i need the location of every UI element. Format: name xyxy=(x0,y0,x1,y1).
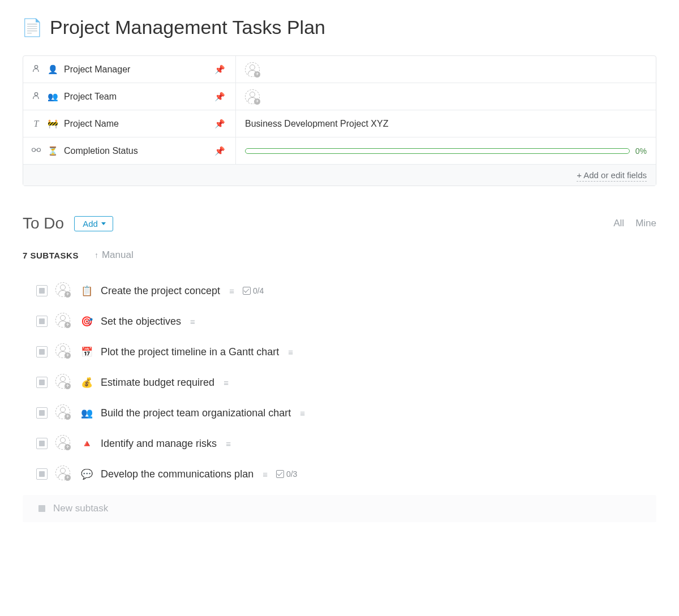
subtask-checkbox[interactable] xyxy=(36,438,48,449)
construction-emoji-icon: 🚧 xyxy=(47,119,58,129)
subtask-row[interactable]: +👥Build the project team organizational … xyxy=(36,398,656,428)
text-type-icon: T xyxy=(31,119,41,129)
field-name-text: Project Name xyxy=(64,119,209,129)
field-value-manager[interactable]: + xyxy=(236,56,656,83)
subtasks-count: 7 SUBTASKS xyxy=(23,251,79,260)
description-icon: ≡ xyxy=(224,378,227,387)
subtasks-meta: 7 SUBTASKS ↑ Manual xyxy=(23,249,656,261)
task-title[interactable]: Build the project team organizational ch… xyxy=(101,407,291,419)
field-row-manager: 👤 Project Manager 📌 + xyxy=(23,56,656,83)
add-edit-fields-link[interactable]: + Add or edit fields xyxy=(577,170,647,182)
task-emoji-icon: 🔺 xyxy=(80,438,93,450)
field-label[interactable]: 👤 Project Manager 📌 xyxy=(23,56,236,83)
assign-person-placeholder-icon[interactable]: + xyxy=(245,62,260,77)
progress-bar xyxy=(245,148,630,154)
field-value-completion: 0% xyxy=(236,137,656,164)
task-title[interactable]: Create the project concept xyxy=(101,285,220,297)
add-button[interactable]: Add xyxy=(74,216,113,231)
field-label[interactable]: 👥 Project Team 📌 xyxy=(23,83,236,110)
checklist-count: 0/3 xyxy=(276,469,297,479)
task-emoji-icon: 📋 xyxy=(80,285,93,297)
subtask-row[interactable]: +📅Plot the project timeline in a Gantt c… xyxy=(36,337,656,367)
pin-icon[interactable]: 📌 xyxy=(214,92,225,102)
pin-icon[interactable]: 📌 xyxy=(214,146,225,156)
field-name-text: Project Manager xyxy=(64,64,209,75)
person-type-icon xyxy=(31,64,41,75)
field-label[interactable]: T 🚧 Project Name 📌 xyxy=(23,110,236,137)
new-subtask-input[interactable] xyxy=(53,503,645,514)
description-icon: ≡ xyxy=(190,317,194,326)
checklist-count: 0/4 xyxy=(243,286,264,295)
ghost-checkbox-icon xyxy=(38,505,45,512)
task-title[interactable]: Identify and manage risks xyxy=(101,438,217,450)
pin-icon[interactable]: 📌 xyxy=(214,64,225,75)
pin-icon[interactable]: 📌 xyxy=(214,119,225,129)
checklist-count-text: 0/3 xyxy=(286,469,297,479)
subtask-row[interactable]: +🔺Identify and manage risks≡ xyxy=(36,428,656,459)
description-icon: ≡ xyxy=(300,408,303,418)
add-button-label: Add xyxy=(83,219,98,229)
field-name-text: Project Team xyxy=(64,92,209,102)
svg-point-0 xyxy=(35,65,37,68)
field-name-text: Completion Status xyxy=(64,146,209,156)
assign-person-placeholder-icon[interactable]: + xyxy=(55,374,72,391)
new-subtask-row[interactable] xyxy=(23,495,656,522)
task-emoji-icon: 💰 xyxy=(80,377,93,389)
assign-person-placeholder-icon[interactable]: + xyxy=(55,343,72,360)
subtask-checkbox[interactable] xyxy=(36,407,48,419)
description-icon: ≡ xyxy=(288,347,291,357)
description-icon: ≡ xyxy=(226,439,229,449)
assign-person-placeholder-icon[interactable]: + xyxy=(55,435,72,452)
field-value-name[interactable]: Business Development Project XYZ xyxy=(236,110,656,137)
subtask-checkbox[interactable] xyxy=(36,346,48,357)
sort-button[interactable]: ↑ Manual xyxy=(94,249,134,261)
field-label[interactable]: ⏳ Completion Status 📌 xyxy=(23,137,236,164)
svg-point-1 xyxy=(35,92,37,95)
people-emoji-icon: 👥 xyxy=(47,92,58,102)
todo-header: To Do Add All Mine xyxy=(23,214,656,232)
checklist-icon xyxy=(276,470,284,478)
tab-all[interactable]: All xyxy=(613,218,624,229)
svg-point-2 xyxy=(32,148,36,152)
fields-footer: + Add or edit fields xyxy=(23,165,656,186)
subtask-checkbox[interactable] xyxy=(36,316,48,327)
subtask-row[interactable]: +🎯Set the objectives≡ xyxy=(36,306,656,337)
description-icon: ≡ xyxy=(263,469,266,479)
field-value-team[interactable]: + xyxy=(236,83,656,110)
fields-panel: 👤 Project Manager 📌 + 👥 Project Team 📌 + xyxy=(23,55,656,186)
subtask-checkbox[interactable] xyxy=(36,285,48,296)
subtask-row[interactable]: +📋Create the project concept≡0/4 xyxy=(36,275,656,306)
caret-down-icon xyxy=(101,222,106,225)
subtask-checkbox[interactable] xyxy=(36,377,48,388)
todo-heading: To Do xyxy=(23,214,64,232)
description-icon: ≡ xyxy=(229,286,233,296)
hourglass-emoji-icon: ⏳ xyxy=(47,146,58,156)
svg-point-3 xyxy=(37,148,41,152)
task-emoji-icon: 👥 xyxy=(80,407,93,419)
field-row-completion: ⏳ Completion Status 📌 0% xyxy=(23,137,656,165)
subtask-row[interactable]: +💬Develop the communications plan≡0/3 xyxy=(36,459,656,489)
task-title[interactable]: Develop the communications plan xyxy=(101,468,253,480)
tab-mine[interactable]: Mine xyxy=(635,218,656,229)
subtask-list: +📋Create the project concept≡0/4+🎯Set th… xyxy=(23,275,656,489)
task-title[interactable]: Set the objectives xyxy=(101,316,181,328)
sort-label: Manual xyxy=(102,249,134,261)
document-icon: 📄 xyxy=(23,16,41,38)
checklist-icon xyxy=(243,287,251,295)
assign-person-placeholder-icon[interactable]: + xyxy=(55,466,72,483)
field-row-team: 👥 Project Team 📌 + xyxy=(23,83,656,110)
arrow-up-icon: ↑ xyxy=(94,251,98,260)
assign-person-placeholder-icon[interactable]: + xyxy=(55,313,72,330)
task-title[interactable]: Estimate budget required xyxy=(101,377,214,389)
page-title: Project Management Tasks Plan xyxy=(50,16,325,38)
assign-person-placeholder-icon[interactable]: + xyxy=(245,89,260,104)
progress-percent: 0% xyxy=(635,147,647,156)
assign-person-placeholder-icon[interactable]: + xyxy=(55,282,72,299)
view-tabs: All Mine xyxy=(613,218,656,229)
subtask-row[interactable]: +💰Estimate budget required≡ xyxy=(36,367,656,398)
checklist-count-text: 0/4 xyxy=(253,286,264,295)
subtask-checkbox[interactable] xyxy=(36,468,48,480)
formula-type-icon xyxy=(31,146,41,156)
task-title[interactable]: Plot the project timeline in a Gantt cha… xyxy=(101,346,279,358)
assign-person-placeholder-icon[interactable]: + xyxy=(55,404,72,421)
